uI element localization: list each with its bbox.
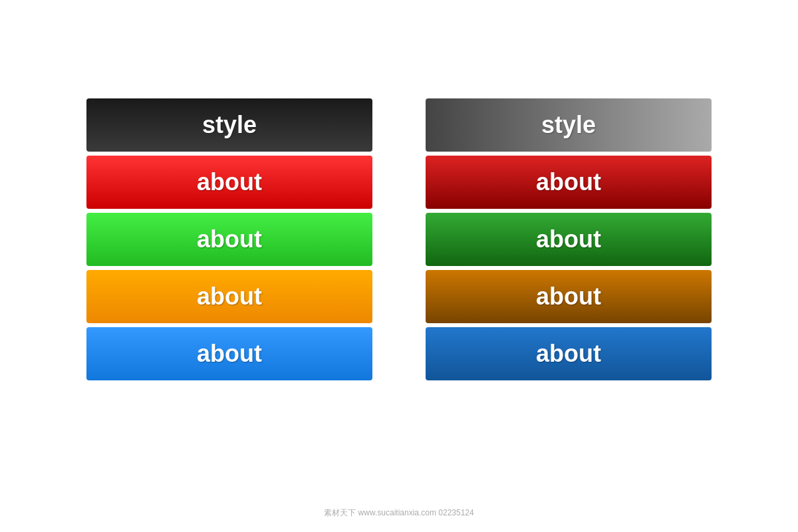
- right-button-group: style about about about about: [426, 98, 712, 380]
- right-style-label: style: [541, 111, 596, 139]
- left-about-label-4: about: [197, 340, 262, 368]
- watermark-text: 素材天下 www.sucaitianxia.com 02235124: [324, 508, 473, 517]
- left-about-button-3[interactable]: about: [86, 270, 372, 323]
- right-about-label-1: about: [536, 168, 601, 196]
- left-about-button-4[interactable]: about: [86, 327, 372, 380]
- right-about-button-1[interactable]: about: [426, 156, 712, 209]
- right-style-button[interactable]: style: [426, 98, 712, 152]
- right-about-label-2: about: [536, 225, 601, 253]
- right-about-button-4[interactable]: about: [426, 327, 712, 380]
- right-about-button-2[interactable]: about: [426, 213, 712, 266]
- left-style-button[interactable]: style: [86, 98, 372, 152]
- main-container: style about about about about style abou…: [86, 98, 712, 434]
- left-about-label-3: about: [197, 283, 262, 311]
- left-button-group: style about about about about: [86, 98, 372, 380]
- left-about-button-1[interactable]: about: [86, 156, 372, 209]
- left-about-label-2: about: [197, 225, 262, 253]
- watermark: 素材天下 www.sucaitianxia.com 02235124: [324, 507, 473, 519]
- right-about-button-3[interactable]: about: [426, 270, 712, 323]
- left-about-button-2[interactable]: about: [86, 213, 372, 266]
- left-style-label: style: [202, 111, 257, 139]
- right-about-label-4: about: [536, 340, 601, 368]
- right-about-label-3: about: [536, 283, 601, 311]
- left-about-label-1: about: [197, 168, 262, 196]
